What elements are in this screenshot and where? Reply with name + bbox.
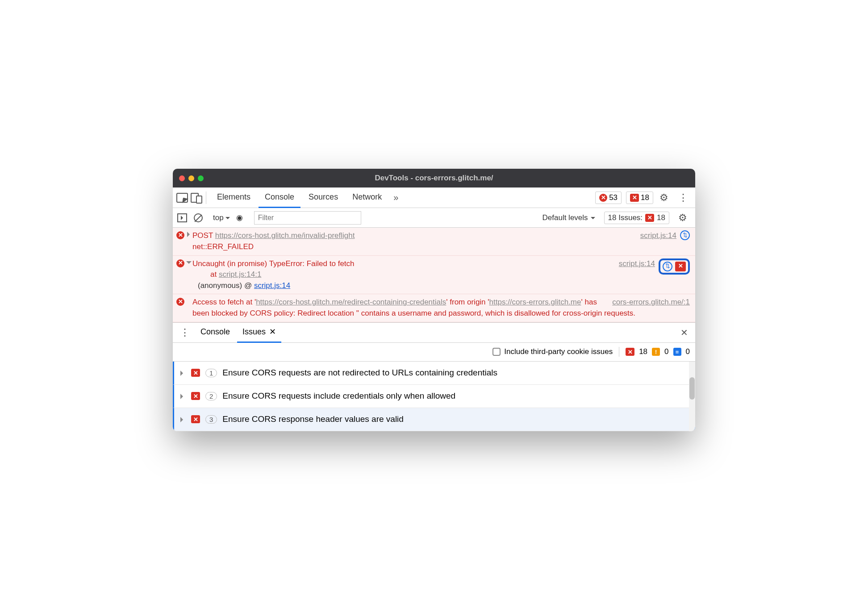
issue-icon: ✕ [191, 392, 200, 400]
issue-icon: ✕ [191, 369, 200, 377]
issue-count: 18 [641, 193, 649, 202]
err-count: 18 [639, 347, 647, 356]
more-tabs-button[interactable]: » [390, 192, 402, 203]
expand-arrow-icon[interactable] [187, 232, 192, 237]
filter-input[interactable] [254, 211, 361, 225]
maximize-window-button[interactable] [198, 175, 204, 181]
levels-label: Default levels [542, 213, 588, 222]
issues-toolbar: Include third-party cookie issues ✕18 !0… [173, 343, 695, 362]
error-icon: ✕ [176, 231, 184, 239]
anon-label: (anonymous) @ [198, 281, 254, 290]
issue-count-pill: 1 [205, 369, 217, 377]
at-label: at [210, 270, 219, 279]
error-icon: ✕ [176, 298, 184, 306]
error-headline: Uncaught (in promise) TypeError: Failed … [192, 259, 355, 268]
issue-row[interactable]: ✕ 1 Ensure CORS requests are not redirec… [173, 362, 695, 385]
error-icon: ✕ [176, 259, 184, 267]
collapse-arrow-icon[interactable] [186, 261, 192, 267]
stack-link[interactable]: script.js:14:1 [219, 270, 261, 279]
device-toggle-button[interactable] [190, 192, 201, 204]
http-method: POST [192, 231, 213, 240]
context-selector[interactable]: top [213, 213, 230, 222]
issues-label: 18 Issues: [608, 213, 643, 222]
issue-title: Ensure CORS requests include credentials… [222, 391, 455, 401]
issue-title: Ensure CORS requests are not redirected … [222, 368, 497, 378]
live-expression-button[interactable]: ◉ [234, 213, 245, 222]
scrollbar[interactable] [689, 362, 695, 431]
include-thirdparty-toggle[interactable]: Include third-party cookie issues [492, 347, 613, 356]
include-label: Include third-party cookie issues [504, 347, 613, 356]
chevron-down-icon [591, 217, 595, 221]
expand-arrow-icon[interactable] [180, 417, 186, 422]
log-levels-selector[interactable]: Default levels [542, 213, 595, 222]
source-link[interactable]: cors-errors.glitch.me/:1 [612, 297, 690, 308]
highlighted-icons: ⇅ ✕ [659, 258, 690, 275]
toggle-sidebar-button[interactable] [176, 212, 188, 224]
close-window-button[interactable] [179, 175, 185, 181]
issue-row[interactable]: ✕ 2 Ensure CORS requests include credent… [173, 385, 695, 408]
expand-arrow-icon[interactable] [180, 394, 186, 399]
console-settings-button[interactable]: ⚙ [674, 212, 692, 224]
drawer-tab-console[interactable]: Console [195, 322, 235, 343]
info-icon: ≡ [673, 348, 681, 356]
issue-icon: ✕ [191, 415, 200, 423]
console-messages: ✕ POST https://cors-host.glitch.me/inval… [173, 228, 695, 322]
request-icon[interactable]: ⇅ [680, 230, 690, 240]
warning-icon: ! [652, 348, 660, 356]
info-count: 0 [686, 347, 690, 356]
error-icon: ✕ [599, 194, 607, 202]
devtools-window: DevTools - cors-errors.glitch.me/ Elemen… [173, 169, 695, 431]
minimize-window-button[interactable] [188, 175, 194, 181]
issue-counts: ✕18 !0 ≡0 [626, 347, 690, 356]
close-drawer-button[interactable]: ✕ [677, 327, 692, 338]
issues-summary[interactable]: 18 Issues: ✕ 18 [604, 212, 669, 224]
error-code: net::ERR_FAILED [192, 242, 254, 251]
source-link[interactable]: script.js:14 [619, 258, 655, 292]
request-icon[interactable]: ⇅ [663, 262, 672, 271]
issue-title: Ensure CORS response header values are v… [222, 414, 404, 424]
drawer-tab-issues[interactable]: Issues✕ [237, 322, 281, 343]
divider [619, 347, 619, 357]
issues-count-badge[interactable]: ✕ 18 [626, 192, 653, 204]
cors-origin[interactable]: https://cors-errors.glitch.me [489, 298, 581, 306]
issues-number: 18 [657, 213, 665, 222]
issue-row[interactable]: ✕ 3 Ensure CORS response header values a… [173, 408, 695, 431]
cors-text-b: ' from origin ' [446, 298, 489, 306]
error-count: 53 [609, 193, 618, 202]
expand-arrow-icon[interactable] [180, 371, 186, 376]
checkbox-icon [492, 348, 501, 356]
window-title: DevTools - cors-errors.glitch.me/ [173, 174, 695, 183]
console-error-row[interactable]: ✕ cors-errors.glitch.me/:1 Access to fet… [173, 294, 695, 322]
tab-network[interactable]: Network [346, 188, 388, 208]
chevron-down-icon [225, 217, 230, 221]
window-controls [179, 175, 204, 181]
source-link[interactable]: script.js:14 [640, 230, 676, 252]
cors-url[interactable]: https://cors-host.glitch.me/redirect-con… [256, 298, 446, 306]
error-count-badge[interactable]: ✕ 53 [595, 192, 622, 204]
issue-icon[interactable]: ✕ [675, 262, 686, 271]
issue-count-pill: 3 [205, 415, 217, 424]
close-tab-icon[interactable]: ✕ [269, 327, 276, 337]
clear-console-button[interactable] [192, 212, 204, 224]
inspect-element-button[interactable] [176, 192, 188, 204]
warn-count: 0 [664, 347, 668, 356]
console-toolbar: top ◉ Default levels 18 Issues: ✕ 18 ⚙ [173, 208, 695, 228]
issue-icon: ✕ [626, 348, 634, 356]
request-url[interactable]: https://cors-host.glitch.me/invalid-pref… [215, 231, 355, 240]
titlebar: DevTools - cors-errors.glitch.me/ [173, 169, 695, 188]
issue-icon: ✕ [645, 214, 654, 222]
more-options-button[interactable]: ⋮ [675, 192, 692, 204]
console-error-row[interactable]: ✕ Uncaught (in promise) TypeError: Faile… [173, 256, 695, 295]
main-toolbar: Elements Console Sources Network » ✕ 53 … [173, 188, 695, 208]
drawer-tabbar: ⋮ Console Issues✕ ✕ [173, 322, 695, 343]
console-error-row[interactable]: ✕ POST https://cors-host.glitch.me/inval… [173, 228, 695, 255]
stack-link[interactable]: script.js:14 [254, 281, 290, 290]
settings-button[interactable]: ⚙ [655, 192, 673, 204]
tab-elements[interactable]: Elements [211, 188, 257, 208]
issue-count-pill: 2 [205, 392, 217, 400]
issues-list: ✕ 1 Ensure CORS requests are not redirec… [173, 362, 695, 431]
drawer-menu-button[interactable]: ⋮ [176, 327, 193, 338]
tab-sources[interactable]: Sources [302, 188, 344, 208]
tab-console[interactable]: Console [259, 188, 300, 208]
context-label: top [213, 213, 224, 222]
